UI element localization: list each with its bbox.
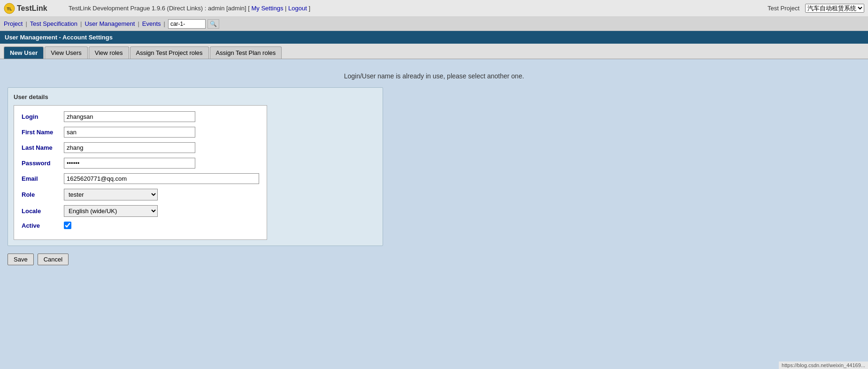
buttons-area: Save Cancel (8, 254, 860, 265)
password-label: Password (22, 160, 64, 167)
section-header: User Management - Account Settings (0, 31, 868, 44)
lastname-row: Last Name (22, 142, 259, 153)
closing-bracket: ] (308, 5, 310, 12)
role-label: Role (22, 191, 64, 198)
email-row: Email (22, 173, 259, 184)
tabs-bar: New User View Users View roles Assign Te… (0, 44, 868, 59)
nav-test-specification[interactable]: Test Specification (30, 20, 77, 27)
testlink-logo-icon: TL (4, 3, 15, 14)
footer: https://blog.csdn.net/weixin_44169... (779, 361, 868, 369)
login-input[interactable] (64, 111, 195, 122)
test-project-selector[interactable]: 汽车自动租赁系统 (805, 4, 864, 13)
password-input[interactable] (64, 158, 195, 169)
logo-area: TL TestLink (4, 3, 65, 14)
lastname-label: Last Name (22, 144, 64, 151)
search-button[interactable]: 🔍 (207, 19, 219, 29)
email-input[interactable] (64, 173, 259, 184)
active-checkbox[interactable] (64, 222, 71, 229)
save-button[interactable]: Save (8, 254, 34, 265)
locale-select[interactable]: English (wide/UK) English Chinese German… (64, 205, 158, 217)
cancel-button[interactable]: Cancel (38, 254, 69, 265)
app-title: TestLink Development Prague 1.9.6 (Direc… (69, 5, 764, 12)
lastname-input[interactable] (64, 142, 195, 153)
user-details-form: Login First Name Last Name Password Emai… (14, 105, 267, 240)
login-label: Login (22, 113, 64, 120)
tab-view-users[interactable]: View Users (45, 46, 88, 59)
active-row: Active (22, 222, 259, 229)
firstname-input[interactable] (64, 127, 195, 138)
user-details-title: User details (14, 93, 377, 100)
tab-new-user[interactable]: New User (4, 46, 44, 59)
active-label: Active (22, 222, 64, 229)
my-settings-link[interactable]: My Settings (251, 5, 283, 12)
tab-assign-project-roles[interactable]: Assign Test Project roles (130, 46, 209, 59)
firstname-label: First Name (22, 129, 64, 136)
error-message: Login/User name is already in use, pleas… (8, 72, 860, 80)
user-details-section: User details Login First Name Last Name … (8, 87, 383, 246)
logout-link[interactable]: Logout (288, 5, 307, 12)
svg-text:TL: TL (7, 7, 12, 11)
tab-view-roles[interactable]: View roles (89, 46, 129, 59)
logo-text: TestLink (17, 4, 47, 13)
nav-bar: Project | Test Specification | User Mana… (0, 17, 868, 31)
test-project-label: Test Project (768, 5, 799, 12)
section-title: User Management - Account Settings (5, 34, 113, 41)
locale-row: Locale English (wide/UK) English Chinese… (22, 205, 259, 217)
search-input[interactable] (168, 19, 206, 29)
main-content: Login/User name is already in use, pleas… (0, 59, 868, 273)
tab-assign-plan-roles[interactable]: Assign Test Plan roles (210, 46, 282, 59)
login-row: Login (22, 111, 259, 122)
password-row: Password (22, 158, 259, 169)
firstname-row: First Name (22, 127, 259, 138)
email-label: Email (22, 175, 64, 182)
locale-label: Locale (22, 208, 64, 215)
header-title-text: TestLink Development Prague 1.9.6 (Direc… (69, 5, 250, 12)
role-select[interactable]: tester admin leader senior tester testde… (64, 189, 158, 200)
top-bar: TL TestLink TestLink Development Prague … (0, 0, 868, 17)
nav-project[interactable]: Project (4, 20, 23, 27)
nav-events[interactable]: Events (142, 20, 161, 27)
nav-user-management[interactable]: User Management (84, 20, 135, 27)
footer-url: https://blog.csdn.net/weixin_44169... (782, 362, 865, 368)
role-row: Role tester admin leader senior tester t… (22, 189, 259, 200)
